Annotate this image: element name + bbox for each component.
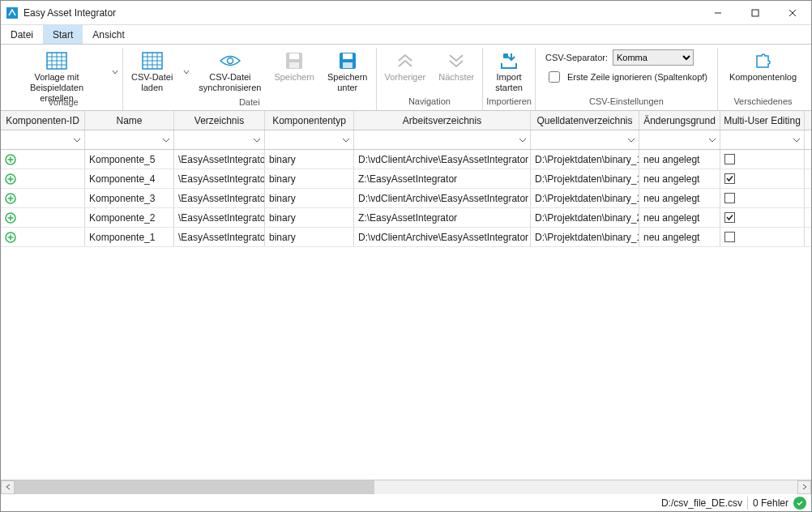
filter-cell[interactable]: [174, 130, 265, 149]
row-workdir-cell[interactable]: D:\vdClientArchive\EasyAssetIntegrator: [354, 150, 531, 169]
row-workdir-cell[interactable]: Z:\EasyAssetIntegrator: [354, 169, 531, 188]
column-header-dir[interactable]: Verzeichnis: [174, 111, 265, 130]
row-srcdir-cell[interactable]: D:\Projektdaten\binary_1: [531, 189, 639, 207]
scroll-right-button[interactable]: [797, 480, 811, 494]
row-name-cell[interactable]: Komponente_3: [85, 189, 174, 207]
filter-cell[interactable]: [531, 130, 639, 149]
chevron-down-icon: [793, 136, 801, 144]
filter-cell[interactable]: [720, 130, 805, 149]
row-multi-cell[interactable]: [720, 208, 805, 227]
checkbox[interactable]: [724, 212, 735, 223]
row-srcdir-cell[interactable]: D:\Projektdaten\binary_1: [531, 169, 639, 188]
row-id-cell[interactable]: [1, 228, 85, 246]
row-multi-cell[interactable]: [720, 228, 805, 246]
save-as-button[interactable]: Speichern unter: [323, 48, 373, 95]
row-reason-cell[interactable]: neu angelegt: [639, 228, 720, 246]
row-dir-cell[interactable]: \EasyAssetIntegrator: [174, 189, 265, 207]
row-srcdir-cell[interactable]: D:\Projektdaten\binary_1: [531, 228, 639, 246]
statusbar: D:/csv_file_DE.csv 0 Fehler: [1, 493, 811, 511]
ribbon-group-file: CSV-Datei laden CSV-Datei synchronisiere…: [123, 48, 377, 110]
table-row[interactable]: Komponente_5\EasyAssetIntegratorbinaryD:…: [1, 150, 811, 169]
row-reason-cell[interactable]: neu angelegt: [639, 169, 720, 188]
import-start-button[interactable]: Import starten: [489, 48, 528, 95]
row-srcdir-cell[interactable]: D:\Projektdaten\binary_2: [531, 208, 639, 227]
row-reason-cell[interactable]: neu angelegt: [639, 150, 720, 169]
row-id-cell[interactable]: [1, 189, 85, 207]
status-file-path: D:/csv_file_DE.csv: [661, 497, 742, 509]
row-dir-cell[interactable]: \EasyAssetIntegrator: [174, 228, 265, 246]
menu-start[interactable]: Start: [43, 25, 83, 44]
row-name-cell[interactable]: Komponente_2: [85, 208, 174, 227]
checkbox[interactable]: [724, 173, 735, 184]
filter-cell[interactable]: [1, 130, 85, 149]
row-workdir-cell[interactable]: Z:\EasyAssetIntegrator: [354, 208, 531, 227]
row-type-cell[interactable]: binary: [265, 189, 354, 207]
ignore-first-row-checkbox[interactable]: [549, 71, 560, 83]
grid-icon: [142, 49, 163, 72]
column-header-reason[interactable]: Änderungsgrund: [639, 111, 720, 130]
next-button[interactable]: Nächster: [434, 48, 479, 84]
save-button[interactable]: Speichern: [269, 48, 319, 84]
row-id-cell[interactable]: [1, 169, 85, 188]
row-workdir-cell[interactable]: D:\vdClientArchive\EasyAssetIntegrator: [354, 189, 531, 207]
checkbox[interactable]: [724, 154, 735, 164]
row-workdir-cell[interactable]: D:\vdClientArchive\EasyAssetIntegrator: [354, 228, 531, 246]
row-multi-cell[interactable]: [720, 189, 805, 207]
column-header-multi[interactable]: Multi-User Editing: [720, 111, 805, 130]
row-name-cell[interactable]: Komponente_5: [85, 150, 174, 169]
prev-button[interactable]: Vorheriger: [380, 48, 431, 84]
template-dropdown[interactable]: [109, 48, 119, 96]
filter-cell[interactable]: [354, 130, 531, 149]
puzzle-icon: [752, 49, 773, 72]
divider: [747, 497, 748, 510]
maximize-button[interactable]: [737, 1, 774, 25]
scroll-track[interactable]: [15, 480, 797, 494]
row-type-cell[interactable]: binary: [265, 228, 354, 246]
filter-cell[interactable]: [85, 130, 174, 149]
svg-rect-22: [289, 62, 299, 68]
csv-load-button[interactable]: CSV-Datei laden: [126, 48, 177, 95]
ribbon-group-misc: Komponentenlog Verschiedenes: [718, 48, 808, 110]
save-as-icon: [338, 49, 357, 72]
row-multi-cell[interactable]: [720, 150, 805, 169]
table-row[interactable]: Komponente_1\EasyAssetIntegratorbinaryD:…: [1, 228, 811, 247]
row-multi-cell[interactable]: [720, 169, 805, 188]
close-button[interactable]: [774, 1, 811, 25]
row-id-cell[interactable]: [1, 208, 85, 227]
row-reason-cell[interactable]: neu angelegt: [639, 189, 720, 207]
table-row[interactable]: Komponente_3\EasyAssetIntegratorbinaryD:…: [1, 189, 811, 208]
row-type-cell[interactable]: binary: [265, 208, 354, 227]
scroll-left-button[interactable]: [1, 480, 15, 494]
checkbox[interactable]: [724, 193, 735, 203]
checkbox[interactable]: [724, 232, 735, 242]
menu-view[interactable]: Ansicht: [83, 25, 134, 44]
scroll-thumb[interactable]: [15, 480, 374, 494]
component-log-button[interactable]: Komponentenlog: [724, 48, 801, 84]
menu-file[interactable]: Datei: [1, 25, 43, 44]
horizontal-scrollbar[interactable]: [1, 480, 811, 493]
column-header-type[interactable]: Komponententyp: [265, 111, 354, 130]
row-name-cell[interactable]: Komponente_4: [85, 169, 174, 188]
row-id-cell[interactable]: [1, 150, 85, 169]
filter-cell[interactable]: [639, 130, 720, 149]
table-row[interactable]: Komponente_4\EasyAssetIntegratorbinaryZ:…: [1, 169, 811, 189]
row-type-cell[interactable]: binary: [265, 150, 354, 169]
column-header-workdir[interactable]: Arbeitsverzeichnis: [354, 111, 531, 130]
minimize-button[interactable]: [699, 1, 737, 25]
column-header-id[interactable]: Komponenten-ID: [1, 111, 85, 130]
csv-load-dropdown[interactable]: [181, 48, 190, 96]
csv-separator-select[interactable]: Komma: [613, 49, 694, 66]
row-dir-cell[interactable]: \EasyAssetIntegrator: [174, 150, 265, 169]
table-row[interactable]: Komponente_2\EasyAssetIntegratorbinaryZ:…: [1, 208, 811, 228]
row-type-cell[interactable]: binary: [265, 169, 354, 188]
row-dir-cell[interactable]: \EasyAssetIntegrator: [174, 169, 265, 188]
row-srcdir-cell[interactable]: D:\Projektdaten\binary_1: [531, 150, 639, 169]
column-header-srcdir[interactable]: Quelldatenverzeichnis: [531, 111, 639, 130]
column-header-name[interactable]: Name: [85, 111, 174, 130]
csv-sync-button[interactable]: CSV-Datei synchronisieren: [194, 48, 266, 95]
filter-cell[interactable]: [265, 130, 354, 149]
titlebar: Easy Asset Integrator: [1, 1, 811, 25]
row-name-cell[interactable]: Komponente_1: [85, 228, 174, 246]
row-reason-cell[interactable]: neu angelegt: [639, 208, 720, 227]
row-dir-cell[interactable]: \EasyAssetIntegrator: [174, 208, 265, 227]
